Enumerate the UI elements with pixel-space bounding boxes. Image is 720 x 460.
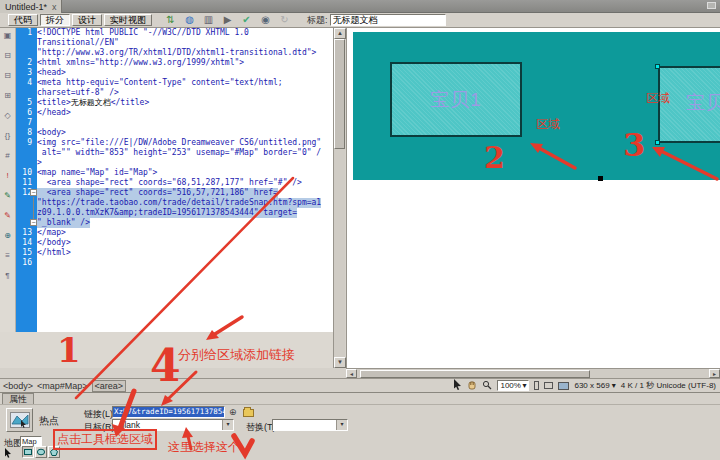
code-row[interactable]: "https://trade.taobao.com/trade/detail/t… [37, 198, 333, 208]
code-vertical-scrollbar[interactable]: ▲ ▼ [333, 28, 345, 368]
code-row[interactable]: <map name="Map" id="Map"> [37, 168, 333, 178]
remove-comment-icon[interactable]: ✎ [4, 211, 11, 220]
scroll-down-icon[interactable]: ▼ [334, 357, 346, 368]
properties-tab[interactable]: 属性 [2, 393, 34, 404]
target-select[interactable]: _blank▾ [112, 419, 234, 431]
hotspot-area-2[interactable]: 宝贝2 [658, 66, 720, 143]
code-row[interactable]: z09.1.0.0.tmXzK7&amp;tradeID=19561713785… [37, 208, 333, 218]
apply-comment-icon[interactable]: ✎ [4, 191, 11, 200]
hotspot-icon [6, 408, 33, 432]
select-tool-icon[interactable] [453, 379, 462, 392]
browse-folder-icon[interactable] [243, 409, 254, 419]
live-view-button[interactable]: 实时视图 [104, 14, 152, 26]
mobile-size-icon[interactable] [534, 381, 539, 390]
rect-hotspot-tool[interactable] [22, 446, 34, 458]
gutter-line-number [16, 38, 37, 48]
code-row[interactable]: <area shape="rect" coords="68,51,287,177… [37, 178, 333, 188]
window-size-select[interactable]: 630 x 569 ▾ [574, 381, 615, 390]
gutter-line-number: 7 [16, 118, 37, 128]
select-parent-tag-icon[interactable]: ◇ [4, 111, 10, 120]
tablet-size-icon[interactable] [544, 382, 553, 389]
split-view-button[interactable]: 拆分 [40, 14, 70, 26]
gutter-line-number: 3 [16, 68, 37, 78]
divider [0, 404, 720, 405]
scroll-up-icon[interactable]: ▲ [334, 28, 346, 39]
format-source-icon[interactable]: ¶ [5, 271, 9, 280]
code-row[interactable]: </map> [37, 228, 333, 238]
link-input[interactable]: XzK7&tradeID=1956171378543444 [112, 406, 225, 418]
zoom-level-select[interactable]: 100%▾ [497, 380, 529, 391]
document-tab[interactable]: Untitled-1* x [0, 0, 62, 13]
multiscreen-icon[interactable]: ▥ [202, 14, 215, 26]
code-row[interactable]: <area shape="rect" coords="516,57,721,18… [37, 188, 333, 198]
tag-selector-item[interactable]: <map#Map> [37, 381, 88, 391]
expand-all-icon[interactable]: ⊞ [4, 91, 11, 100]
hotspot-handle[interactable] [655, 140, 660, 145]
tag-selector-item[interactable]: <area> [92, 380, 127, 392]
code-row[interactable]: <head> [37, 68, 333, 78]
balance-braces-icon[interactable]: {} [5, 131, 10, 140]
refresh-icon[interactable]: ↻ [278, 14, 291, 26]
open-documents-icon[interactable]: ▣ [4, 31, 12, 40]
code-row[interactable]: <img src="file:///E|/DW/Adobe Dreamweave… [37, 138, 333, 148]
collapse-block-end-icon[interactable]: − [30, 219, 37, 226]
code-text: </body> [37, 238, 71, 248]
code-row[interactable]: <title>无标题文档</title> [37, 98, 333, 108]
restore-window-icon[interactable] [707, 2, 716, 9]
code-row[interactable]: </body> [37, 238, 333, 248]
hotspot-area-1[interactable]: 宝贝1 [390, 62, 522, 137]
code-row[interactable]: <meta http-equiv="Content-Type" content=… [37, 78, 333, 88]
close-tab-icon[interactable]: x [52, 2, 57, 12]
live-view-options-icon[interactable]: ▶ [221, 14, 234, 26]
alt-select[interactable]: ▾ [272, 419, 348, 431]
code-row[interactable]: </head> [37, 108, 333, 118]
hotspot-handle[interactable] [655, 64, 660, 69]
tag-selector-item[interactable]: <body> [3, 381, 33, 391]
code-text: charset=utf-8" /> [37, 88, 119, 98]
code-row[interactable]: Transitional//EN" [37, 38, 333, 48]
collapse-block-icon[interactable]: − [30, 189, 37, 196]
code-row[interactable]: "http://www.w3.org/TR/xhtml1/DTD/xhtml1-… [37, 48, 333, 58]
code-row[interactable]: <!DOCTYPE html PUBLIC "-//W3C//DTD XHTML… [37, 28, 333, 38]
collapse-full-tag-icon[interactable]: ⊟ [4, 51, 11, 60]
point-to-file-icon[interactable]: ⊕ [229, 407, 237, 417]
gutter-line-number: 6 [16, 108, 37, 118]
chevron-down-icon[interactable]: ▾ [222, 420, 233, 430]
code-row[interactable]: charset=utf-8" /> [37, 88, 333, 98]
highlight-invalid-icon[interactable]: ! [6, 171, 8, 180]
design-view-button[interactable]: 设计 [72, 14, 102, 26]
w3c-validation-icon[interactable]: ✔ [240, 14, 253, 26]
code-row[interactable]: alt="" width="853" height="253" usemap="… [37, 148, 333, 158]
code-row[interactable]: </html> [37, 248, 333, 258]
scroll-right-icon[interactable]: ▸ [709, 369, 720, 378]
polygon-hotspot-tool[interactable] [48, 446, 60, 458]
indent-code-icon[interactable]: ≡ [5, 251, 10, 260]
design-image[interactable]: 宝贝1 宝贝2 [353, 32, 720, 180]
document-title-input[interactable] [330, 14, 446, 26]
preview-browser-icon[interactable]: ◍ [183, 14, 196, 26]
inspect-icon[interactable]: ◉ [259, 14, 272, 26]
wrap-tag-icon[interactable]: ⊕ [4, 231, 11, 240]
code-row[interactable]: <body> [37, 128, 333, 138]
code-row[interactable]: <html xmlns="http://www.w3.org/1999/xhtm… [37, 58, 333, 68]
desktop-size-icon[interactable] [558, 382, 569, 390]
code-row[interactable] [37, 118, 333, 128]
code-view-button[interactable]: 代码 [8, 14, 38, 26]
collapse-selection-icon[interactable]: ⊟ [4, 71, 11, 80]
chevron-down-icon[interactable]: ▾ [336, 420, 347, 430]
design-scroll-thumb[interactable] [360, 370, 590, 378]
code-scroll-thumb[interactable] [334, 39, 345, 149]
image-resize-handle[interactable] [598, 176, 603, 181]
scroll-left-icon[interactable]: ◂ [346, 369, 357, 378]
code-editor[interactable]: <!DOCTYPE html PUBLIC "-//W3C//DTD XHTML… [37, 28, 333, 332]
code-row[interactable]: > [37, 158, 333, 168]
code-row[interactable] [37, 258, 333, 268]
hand-tool-icon[interactable] [467, 379, 477, 392]
line-numbers-icon[interactable]: # [5, 151, 9, 160]
oval-hotspot-tool[interactable] [35, 446, 47, 458]
zoom-tool-icon[interactable] [482, 380, 492, 392]
code-row[interactable]: "_blank" /> [37, 218, 333, 228]
design-horizontal-scrollbar[interactable]: ◂ ▸ [346, 368, 720, 378]
pointer-tool-icon[interactable] [4, 448, 12, 460]
file-management-icon[interactable]: ⇅ [164, 14, 177, 26]
